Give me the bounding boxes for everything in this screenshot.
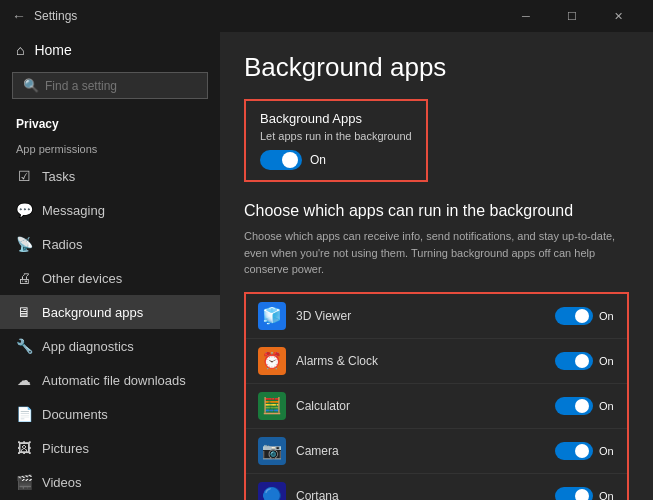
app-row: ⏰ Alarms & Clock On	[246, 339, 627, 384]
app-toggle-row-3: On	[555, 442, 615, 460]
app-toggle-row-0: On	[555, 307, 615, 325]
app-toggle-label-3: On	[599, 445, 615, 457]
bg-apps-subtitle: Let apps run in the background	[260, 130, 412, 142]
window-controls: ─ ☐ ✕	[503, 0, 641, 32]
app-toggle-1[interactable]	[555, 352, 593, 370]
app-toggle-label-2: On	[599, 400, 615, 412]
bg-apps-title: Background Apps	[260, 111, 412, 126]
radios-icon: 📡	[16, 236, 32, 252]
home-label: Home	[34, 42, 71, 58]
app-name-4: Cortana	[296, 489, 545, 501]
app-row: 🧮 Calculator On	[246, 384, 627, 429]
sidebar-item-other-devices[interactable]: 🖨 Other devices	[0, 261, 220, 295]
sidebar-item-tasks[interactable]: ☑ Tasks	[0, 159, 220, 193]
app-toggle-3[interactable]	[555, 442, 593, 460]
choose-section-desc: Choose which apps can receive info, send…	[244, 228, 629, 278]
sidebar: ⌂ Home 🔍 Privacy App permissions ☑ Tasks…	[0, 32, 220, 500]
sidebar-item-documents[interactable]: 📄 Documents	[0, 397, 220, 431]
app-icon-0: 🧊	[258, 302, 286, 330]
title-bar-title: Settings	[34, 9, 77, 23]
search-icon: 🔍	[23, 78, 39, 93]
background-apps-box: Background Apps Let apps run in the back…	[244, 99, 428, 182]
page-title: Background apps	[244, 52, 629, 83]
background-apps-icon: 🖥	[16, 304, 32, 320]
app-toggle-0[interactable]	[555, 307, 593, 325]
app-diagnostics-label: App diagnostics	[42, 339, 134, 354]
app-icon-3: 📷	[258, 437, 286, 465]
app-toggle-label-4: On	[599, 490, 615, 501]
automatic-file-downloads-label: Automatic file downloads	[42, 373, 186, 388]
videos-icon: 🎬	[16, 474, 32, 490]
minimize-button[interactable]: ─	[503, 0, 549, 32]
pictures-label: Pictures	[42, 441, 89, 456]
app-permissions-label: App permissions	[0, 135, 220, 159]
sidebar-items: ☑ Tasks 💬 Messaging 📡 Radios 🖨 Other dev…	[0, 159, 220, 499]
pictures-icon: 🖼	[16, 440, 32, 456]
main-toggle-label: On	[310, 153, 326, 167]
app-toggle-label-0: On	[599, 310, 615, 322]
close-button[interactable]: ✕	[595, 0, 641, 32]
choose-section-title: Choose which apps can run in the backgro…	[244, 202, 629, 220]
main-toggle-row: On	[260, 150, 412, 170]
messaging-icon: 💬	[16, 202, 32, 218]
app-toggle-label-1: On	[599, 355, 615, 367]
sidebar-item-automatic-file-downloads[interactable]: ☁ Automatic file downloads	[0, 363, 220, 397]
app-name-0: 3D Viewer	[296, 309, 545, 323]
app-list: 🧊 3D Viewer On ⏰ Alarms & Clock On 🧮 Cal…	[244, 292, 629, 501]
other-devices-label: Other devices	[42, 271, 122, 286]
app-name-3: Camera	[296, 444, 545, 458]
tasks-label: Tasks	[42, 169, 75, 184]
documents-label: Documents	[42, 407, 108, 422]
sidebar-item-background-apps[interactable]: 🖥 Background apps	[0, 295, 220, 329]
app-toggle-row-2: On	[555, 397, 615, 415]
app-toggle-row-1: On	[555, 352, 615, 370]
messaging-label: Messaging	[42, 203, 105, 218]
background-apps-label: Background apps	[42, 305, 143, 320]
app-diagnostics-icon: 🔧	[16, 338, 32, 354]
radios-label: Radios	[42, 237, 82, 252]
main-toggle[interactable]	[260, 150, 302, 170]
back-icon[interactable]: ←	[12, 8, 26, 24]
app-row: 🧊 3D Viewer On	[246, 294, 627, 339]
maximize-button[interactable]: ☐	[549, 0, 595, 32]
other-devices-icon: 🖨	[16, 270, 32, 286]
app-toggle-2[interactable]	[555, 397, 593, 415]
app-body: ⌂ Home 🔍 Privacy App permissions ☑ Tasks…	[0, 32, 653, 500]
app-row: 🔵 Cortana On	[246, 474, 627, 501]
app-toggle-row-4: On	[555, 487, 615, 501]
app-row: 📷 Camera On	[246, 429, 627, 474]
sidebar-item-messaging[interactable]: 💬 Messaging	[0, 193, 220, 227]
app-name-1: Alarms & Clock	[296, 354, 545, 368]
title-bar: ← Settings ─ ☐ ✕	[0, 0, 653, 32]
search-input[interactable]	[45, 79, 197, 93]
main-content: Background apps Background Apps Let apps…	[220, 32, 653, 500]
search-box[interactable]: 🔍	[12, 72, 208, 99]
app-name-2: Calculator	[296, 399, 545, 413]
sidebar-item-videos[interactable]: 🎬 Videos	[0, 465, 220, 499]
app-toggle-4[interactable]	[555, 487, 593, 501]
documents-icon: 📄	[16, 406, 32, 422]
home-icon: ⌂	[16, 42, 24, 58]
sidebar-item-home[interactable]: ⌂ Home	[0, 32, 220, 68]
app-icon-1: ⏰	[258, 347, 286, 375]
app-icon-4: 🔵	[258, 482, 286, 501]
privacy-section-label: Privacy	[0, 109, 220, 135]
app-icon-2: 🧮	[258, 392, 286, 420]
sidebar-item-app-diagnostics[interactable]: 🔧 App diagnostics	[0, 329, 220, 363]
videos-label: Videos	[42, 475, 82, 490]
sidebar-item-radios[interactable]: 📡 Radios	[0, 227, 220, 261]
tasks-icon: ☑	[16, 168, 32, 184]
automatic-file-downloads-icon: ☁	[16, 372, 32, 388]
sidebar-item-pictures[interactable]: 🖼 Pictures	[0, 431, 220, 465]
